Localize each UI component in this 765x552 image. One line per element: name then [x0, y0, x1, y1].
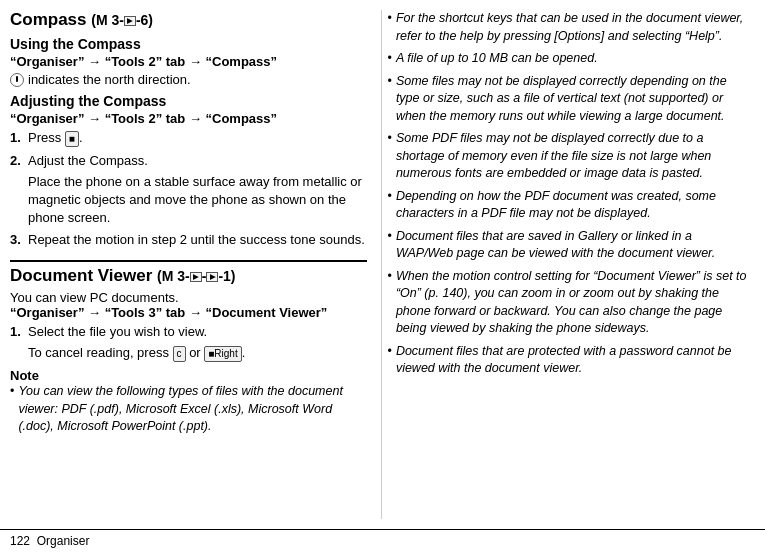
docviewer-steps: 1. Select the file you wish to view. To … [10, 323, 367, 362]
compass-step-3: 3. Repeat the motion in step 2 until the… [10, 231, 367, 249]
using-compass-nav: “Organiser” → “Tools 2” tab → “Compass” [10, 54, 367, 69]
footer-page-number: 122 [10, 534, 30, 548]
adjusting-compass-nav: “Organiser” → “Tools 2” tab → “Compass” [10, 111, 367, 126]
note-section: Note You can view the following types of… [10, 368, 367, 436]
page-footer: 122 Organiser [0, 529, 765, 552]
right-bullet-2-text: A file of up to 10 MB can be opened. [396, 50, 598, 68]
step1-content: Press ■. [28, 129, 367, 147]
compass-menu-icon1 [124, 16, 136, 26]
right-bullet-4: Some PDF files may not be displayed corr… [388, 130, 752, 183]
step2-text: Adjust the Compass. [28, 153, 148, 168]
right-bullet-8: Document files that are protected with a… [388, 343, 752, 378]
docviewer-nav: “Organiser” → “Tools 3” tab → “Document … [10, 305, 367, 320]
right-bullet-7: When the motion control setting for “Doc… [388, 268, 752, 338]
right-bullet-5: Depending on how the PDF document was cr… [388, 188, 752, 223]
compass-north-desc: indicates the north direction. [28, 72, 191, 87]
docviewer-title: Document Viewer (M 3---1) [10, 266, 367, 286]
step3-content: Repeat the motion in step 2 until the su… [28, 231, 367, 249]
compass-indicator: indicates the north direction. [10, 72, 367, 87]
compass-model-code: (M 3--6) [91, 12, 153, 28]
compass-steps: 1. Press ■. 2. Adjust the Compass. Place… [10, 129, 367, 249]
compass-title: Compass (M 3--6) [10, 10, 367, 30]
right-bullet-2: A file of up to 10 MB can be opened. [388, 50, 752, 68]
right-bullet-6-text: Document files that are saved in Gallery… [396, 228, 751, 263]
compass-step-2: 2. Adjust the Compass. Place the phone o… [10, 152, 367, 228]
docviewer-menu-icon2 [206, 272, 218, 282]
dv-step1-num: 1. [10, 323, 24, 362]
docviewer-step-1: 1. Select the file you wish to view. To … [10, 323, 367, 362]
note-label: Note [10, 368, 367, 383]
left-column: Compass (M 3--6) Using the Compass “Orga… [10, 10, 381, 519]
dv-step1-sub: To cancel reading, press c or ■Right. [28, 344, 367, 362]
step3-num: 3. [10, 231, 24, 249]
cancel-key2: ■Right [204, 346, 241, 362]
page-content: Compass (M 3--6) Using the Compass “Orga… [0, 0, 765, 529]
docviewer-desc: You can view PC documents. [10, 290, 367, 305]
right-bullet-1: For the shortcut keys that can be used i… [388, 10, 752, 45]
footer-section-label: Organiser [37, 534, 90, 548]
step1-num: 1. [10, 129, 24, 147]
note-bullet-1: You can view the following types of file… [10, 383, 367, 436]
right-bullet-8-text: Document files that are protected with a… [396, 343, 751, 378]
dv-step1-content: Select the file you wish to view. To can… [28, 323, 367, 362]
right-bullet-4-text: Some PDF files may not be displayed corr… [396, 130, 751, 183]
using-compass-title: Using the Compass [10, 36, 367, 52]
note-bullet-1-text: You can view the following types of file… [18, 383, 366, 436]
right-bullet-1-text: For the shortcut keys that can be used i… [396, 10, 751, 45]
docviewer-model-code: (M 3---1) [157, 268, 235, 284]
docviewer-menu-icon1 [190, 272, 202, 282]
right-bullet-6: Document files that are saved in Gallery… [388, 228, 752, 263]
step1-key: ■ [65, 131, 79, 147]
section-divider: Document Viewer (M 3---1) [10, 260, 367, 286]
right-bullet-5-text: Depending on how the PDF document was cr… [396, 188, 751, 223]
cancel-key1: c [173, 346, 186, 362]
note-bullet-list: You can view the following types of file… [10, 383, 367, 436]
right-bullet-7-text: When the motion control setting for “Doc… [396, 268, 751, 338]
right-bullet-3: Some files may not be displayed correctl… [388, 73, 752, 126]
compass-north-icon [10, 73, 24, 87]
step2-content: Adjust the Compass. Place the phone on a… [28, 152, 367, 228]
step2-sub: Place the phone on a stable surface away… [28, 173, 367, 228]
right-bullet-list: For the shortcut keys that can be used i… [388, 10, 752, 378]
adjusting-compass-title: Adjusting the Compass [10, 93, 367, 109]
right-column: For the shortcut keys that can be used i… [381, 10, 752, 519]
right-bullet-3-text: Some files may not be displayed correctl… [396, 73, 751, 126]
step2-num: 2. [10, 152, 24, 228]
dv-step1-text: Select the file you wish to view. [28, 324, 207, 339]
compass-step-1: 1. Press ■. [10, 129, 367, 147]
